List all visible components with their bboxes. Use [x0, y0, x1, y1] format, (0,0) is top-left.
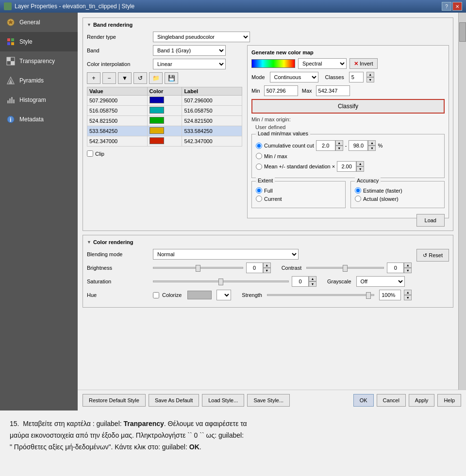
brightness-down[interactable]: ▼: [263, 268, 271, 273]
contrast-down[interactable]: ▼: [404, 268, 412, 273]
min-max-radio-row: Min / max: [256, 153, 440, 159]
full-label: Full: [264, 188, 273, 194]
save-as-default-button[interactable]: Save As Default: [149, 394, 199, 407]
actual-radio[interactable]: [355, 196, 361, 202]
mean-up[interactable]: ▲: [356, 161, 364, 166]
cum-max-up[interactable]: ▲: [368, 140, 376, 146]
classes-up[interactable]: ▲: [366, 72, 374, 77]
user-defined: User defined: [251, 124, 445, 130]
help-button[interactable]: ?: [442, 2, 451, 11]
sidebar-item-transparency-label: Transparency: [19, 58, 55, 65]
sat-up[interactable]: ▲: [309, 276, 316, 281]
invert-button[interactable]: ✕ Invert: [350, 58, 378, 69]
title-bar-left: Layer Properties - elevation_tin_clipped…: [4, 2, 134, 10]
colorize-dropdown[interactable]: ▼: [216, 290, 231, 300]
cumulative-radio[interactable]: [256, 143, 262, 149]
load-button[interactable]: Load: [416, 214, 445, 227]
load-style-button[interactable]: Load Style...: [202, 394, 244, 407]
clip-checkbox[interactable]: [87, 150, 93, 157]
table-row[interactable]: 516.058750 516.058750: [87, 106, 242, 116]
apply-button[interactable]: Apply: [409, 394, 435, 407]
spectral-select[interactable]: Spectral: [298, 58, 347, 69]
mean-down[interactable]: ▼: [356, 166, 364, 172]
sidebar-item-pyramids[interactable]: Pyramids: [0, 71, 78, 90]
min-input[interactable]: [264, 85, 298, 96]
strength-down[interactable]: ▼: [404, 295, 412, 300]
sidebar-item-histogram[interactable]: Histogram: [0, 90, 78, 110]
value-cell: 507.296000: [87, 96, 148, 106]
svg-rect-12: [9, 98, 11, 103]
contrast-thumb[interactable]: [343, 265, 348, 272]
mean-std-radio[interactable]: [256, 164, 262, 170]
full-radio[interactable]: [256, 187, 262, 194]
save-style-button[interactable]: Save Style...: [247, 394, 290, 407]
saturation-input[interactable]: [292, 276, 309, 287]
ok-button[interactable]: OK: [353, 394, 374, 407]
x-icon: ✕: [354, 61, 358, 67]
reset-button[interactable]: ↺ Reset: [416, 249, 449, 262]
saturation-thumb[interactable]: [218, 279, 223, 285]
right-column: Generate new color map Spectral ✕: [247, 45, 449, 227]
svg-rect-7: [7, 57, 11, 61]
close-button[interactable]: ✕: [452, 2, 462, 11]
colorize-checkbox[interactable]: [153, 292, 159, 298]
scrollbar[interactable]: [458, 13, 466, 390]
color-rendering-section: ▼ Color rendering Blending mode Normal: [83, 235, 453, 308]
mode-select[interactable]: Continuous Equal interval Quantile: [270, 72, 318, 82]
grayscale-select[interactable]: Off By lightness By luminosity By averag…: [356, 276, 405, 287]
classes-down[interactable]: ▼: [366, 77, 374, 82]
down-button[interactable]: ▼: [118, 72, 132, 84]
remove-entry-button[interactable]: −: [102, 72, 116, 84]
color-interp-select[interactable]: Linear Discrete Exact: [153, 59, 226, 69]
col-header-color: Color: [147, 87, 182, 96]
refresh-button[interactable]: ↺: [133, 72, 147, 84]
band-select[interactable]: Band 1 (Gray): [153, 45, 226, 56]
estimate-radio[interactable]: [355, 187, 361, 194]
load-file-button[interactable]: 📁: [149, 72, 163, 84]
cum-min-up[interactable]: ▲: [335, 140, 343, 146]
sidebar-item-transparency[interactable]: Transparency: [0, 51, 78, 71]
value-cell: 542.347000: [87, 136, 148, 147]
sidebar-item-general[interactable]: General: [0, 13, 78, 32]
classify-button[interactable]: Classify: [251, 99, 445, 114]
metadata-icon: i: [6, 115, 16, 124]
scrollbar-thumb[interactable]: [459, 22, 466, 42]
table-row[interactable]: 524.821500 524.821500: [87, 116, 242, 126]
render-type-select[interactable]: Singleband pseudocolor: [153, 32, 250, 42]
save-file-button[interactable]: 💾: [165, 72, 178, 84]
content-area: ▼ Band rendering Render type Singleband …: [78, 13, 458, 390]
brightness-up[interactable]: ▲: [263, 263, 271, 268]
help-bottom-button[interactable]: Help: [437, 394, 461, 407]
color-swatch: [150, 127, 164, 134]
table-row[interactable]: 542.347000 542.347000: [87, 136, 242, 147]
title-bar-controls: ? ✕: [442, 2, 462, 11]
add-entry-button[interactable]: +: [87, 72, 100, 84]
cum-max-down[interactable]: ▼: [368, 146, 376, 151]
colorize-color-box[interactable]: [187, 291, 212, 299]
brightness-thumb[interactable]: [196, 265, 200, 272]
min-max-radio[interactable]: [256, 153, 262, 159]
mean-std-input[interactable]: [337, 161, 356, 172]
sidebar-item-style[interactable]: Style: [0, 32, 78, 51]
blending-select[interactable]: Normal: [153, 249, 299, 260]
cum-min-down[interactable]: ▼: [335, 146, 343, 151]
cancel-button[interactable]: Cancel: [377, 394, 406, 407]
table-row[interactable]: 507.296000 507.296000: [87, 96, 242, 106]
current-radio[interactable]: [256, 196, 262, 202]
strength-input[interactable]: [379, 290, 401, 300]
contrast-input[interactable]: [387, 263, 404, 273]
strength-up[interactable]: ▲: [404, 290, 412, 295]
classes-input[interactable]: [349, 72, 364, 82]
strength-thumb[interactable]: [366, 292, 371, 299]
cumulative-min-input[interactable]: [316, 140, 335, 151]
sidebar-item-metadata[interactable]: i Metadata: [0, 110, 78, 129]
brightness-input[interactable]: [246, 263, 263, 273]
max-input[interactable]: [316, 85, 350, 96]
cumulative-max-input[interactable]: [349, 140, 368, 151]
table-row[interactable]: 533.584250 533.584250: [87, 126, 242, 136]
restore-default-button[interactable]: Restore Default Style: [83, 394, 146, 407]
sat-down[interactable]: ▼: [309, 281, 316, 287]
color-interp-row: Color interpolation Linear Discrete Exac…: [87, 59, 242, 69]
contrast-spinbox: ▲ ▼: [387, 263, 412, 273]
contrast-up[interactable]: ▲: [404, 263, 412, 268]
